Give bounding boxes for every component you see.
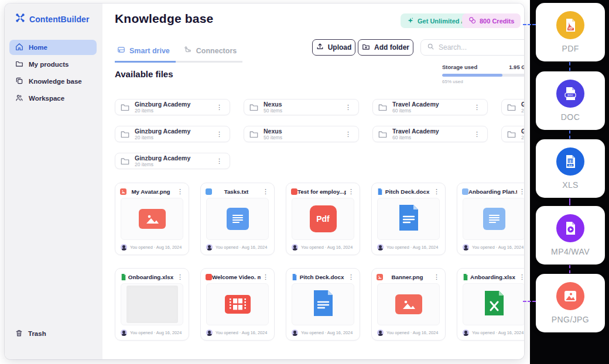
filetype-label: PDF	[562, 44, 579, 53]
svg-text:PDF: PDF	[569, 28, 573, 30]
sidebar-item-knowledge-base[interactable]: Knowledge base	[9, 74, 97, 89]
upload-label: Upload	[328, 43, 352, 51]
pdf-preview-icon: Pdf	[310, 205, 337, 232]
folder-icon	[121, 104, 129, 111]
storage-label: Storage used	[442, 64, 477, 70]
kebab-menu-icon[interactable]: ⋮	[346, 273, 356, 281]
drive-icon	[117, 46, 125, 56]
folder-icon	[15, 60, 23, 69]
sidebar-item-label: Home	[29, 44, 47, 51]
docx-file-icon	[377, 188, 383, 195]
avatar	[206, 329, 213, 336]
file-card[interactable]: Onboarding.xlsx ⋮ You opened · Aug 16, 2…	[115, 268, 189, 341]
kebab-menu-icon[interactable]: ⋮	[261, 187, 271, 195]
credits-button[interactable]: 800 Credits	[462, 13, 521, 28]
file-card[interactable]: Pitch Deck.docx ⋮ You opened · Aug 16, 2…	[371, 183, 446, 255]
folder-icon	[121, 131, 129, 138]
folder-card[interactable]: Ginzburg Academy20 items ⋮	[501, 99, 524, 115]
file-card[interactable]: Pitch Deck.docx ⋮ You opened · Aug 16, 2…	[286, 268, 360, 341]
avatar	[377, 329, 384, 336]
search-box[interactable]	[420, 39, 524, 56]
search-input[interactable]	[439, 43, 524, 51]
folder-card[interactable]: Nexus50 items ⋮	[244, 99, 359, 115]
tab-connectors[interactable]: Connectors	[176, 42, 242, 63]
file-card[interactable]: Banner.png ⋮ You opened · Aug 16, 2024	[371, 268, 446, 341]
file-preview: Pdf	[292, 198, 354, 240]
docx-file-icon	[291, 274, 297, 280]
connector-dash	[569, 131, 570, 139]
tab-bar: Smart drive Connectors	[115, 42, 242, 63]
kebab-menu-icon[interactable]: ⋮	[343, 130, 353, 138]
pdf-file-icon	[291, 188, 297, 195]
kebab-menu-icon[interactable]: ⋮	[517, 273, 524, 281]
file-preview	[377, 198, 440, 240]
file-preview	[206, 198, 269, 240]
pdf-type-icon: PDF	[556, 11, 584, 39]
sidebar-item-workspace[interactable]: Workspace	[9, 91, 97, 106]
png-file-icon	[377, 274, 383, 280]
xlsx-file-icon	[120, 274, 126, 280]
avatar	[463, 244, 469, 250]
sidebar-item-label: Knowledge base	[29, 78, 82, 85]
svg-text:XLS: XLS	[569, 164, 573, 167]
kebab-menu-icon[interactable]: ⋮	[343, 103, 353, 111]
file-preview	[121, 198, 183, 240]
app-window: ContentBuilder Home	[5, 4, 524, 359]
sidebar-item-trash[interactable]: Trash	[15, 329, 46, 338]
sidebar-item-my-products[interactable]: My products	[9, 57, 97, 72]
file-grid: My Avatar.png ⋮ You opened · Aug 16, 202…	[115, 183, 524, 341]
file-card[interactable]: Welcome Video. mp4 ⋮	[200, 268, 275, 341]
sidebar-item-label: Workspace	[29, 95, 64, 102]
avatar	[292, 244, 298, 250]
folder-card[interactable]: Ginzburg Academy20 items ⋮	[115, 99, 230, 115]
filetype-card-pdf: PDF PDF	[536, 3, 605, 61]
folder-card[interactable]: Travel Academy60 items ⋮	[372, 126, 488, 142]
kebab-menu-icon[interactable]: ⋮	[346, 187, 356, 195]
doc-preview-icon	[313, 290, 334, 318]
filetype-card-mp4-wav: MP4/WAV	[536, 206, 605, 265]
logo: ContentBuilder	[15, 13, 90, 25]
folder-icon	[121, 157, 129, 165]
kebab-menu-icon[interactable]: ⋮	[472, 130, 482, 138]
filetype-card-png-jpg: PNG/JPG	[536, 274, 605, 332]
kebab-menu-icon[interactable]: ⋮	[175, 187, 185, 195]
kebab-menu-icon[interactable]: ⋮	[261, 273, 271, 281]
storage-used-percent: 65% used	[442, 79, 463, 84]
xls-preview-icon	[484, 291, 505, 318]
image-type-icon	[556, 282, 584, 310]
folder-card[interactable]: Ginzburg Academy20 items ⋮	[115, 126, 230, 142]
kebab-menu-icon[interactable]: ⋮	[214, 157, 224, 165]
folder-card[interactable]: Travel Academy60 items ⋮	[372, 99, 488, 115]
folder-icon	[507, 104, 516, 111]
sheet-preview-placeholder	[126, 286, 178, 323]
file-card[interactable]: Tasks.txt ⋮ You opened · Aug 16, 2024	[200, 183, 275, 255]
page: ContentBuilder Home	[0, 0, 609, 364]
kebab-menu-icon[interactable]: ⋮	[517, 187, 524, 195]
file-card[interactable]: Test for employ...pdf ⋮ Pdf You opened ·…	[286, 183, 360, 255]
kebab-menu-icon[interactable]: ⋮	[432, 273, 442, 281]
folder-icon	[378, 131, 387, 138]
users-icon	[15, 94, 23, 103]
file-card[interactable]: Anboarding.xlsx ⋮ You opened · Aug 16, 2…	[457, 268, 524, 341]
kebab-menu-icon[interactable]: ⋮	[432, 187, 442, 195]
kebab-menu-icon[interactable]: ⋮	[175, 273, 185, 281]
sidebar-item-home[interactable]: Home	[9, 40, 97, 55]
txt-file-icon	[206, 188, 212, 195]
upload-button[interactable]: Upload	[312, 39, 355, 56]
file-card[interactable]: Anboarding Plan.txt ⋮ You opened · Aug 1…	[457, 183, 524, 255]
file-card[interactable]: My Avatar.png ⋮ You opened · Aug 16, 202…	[115, 183, 189, 255]
kebab-menu-icon[interactable]: ⋮	[214, 103, 224, 111]
folder-card[interactable]: Ginzburg Academy20 items ⋮	[115, 153, 230, 169]
add-folder-button[interactable]: Add folder	[358, 39, 413, 56]
kebab-menu-icon[interactable]: ⋮	[214, 130, 224, 138]
tab-smart-drive[interactable]: Smart drive	[115, 42, 176, 63]
folder-card[interactable]: Nexus50 items ⋮	[244, 126, 359, 142]
kebab-menu-icon[interactable]: ⋮	[472, 103, 482, 111]
avatar	[121, 329, 127, 336]
filetype-label: DOC	[561, 112, 580, 122]
upload-icon	[316, 43, 324, 52]
file-preview	[292, 283, 354, 325]
text-preview-icon	[483, 208, 505, 230]
folder-card[interactable]: Ginzburg Academy20 items ⋮	[501, 126, 524, 142]
avatar	[206, 244, 213, 250]
